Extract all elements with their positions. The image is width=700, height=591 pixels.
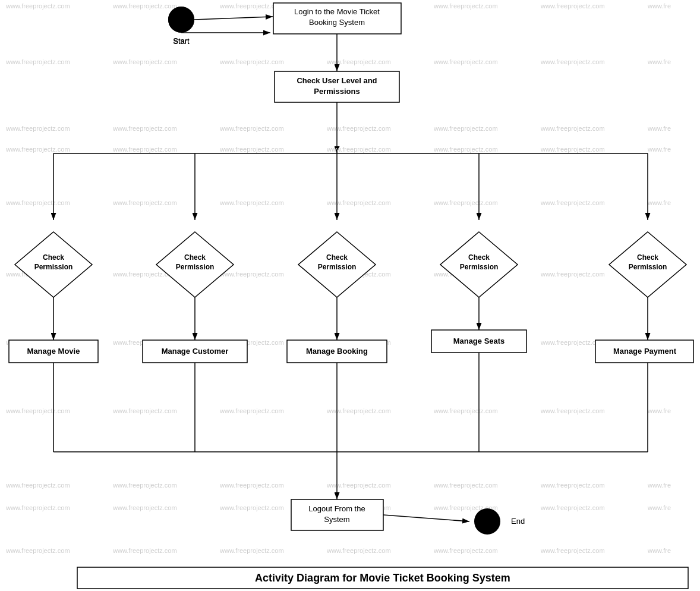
svg-text:www.freeprojectz.com: www.freeprojectz.com [5,2,70,10]
svg-text:www.fre: www.fre [647,125,671,132]
svg-text:Permission: Permission [34,263,73,271]
svg-text:www.freeprojectz.com: www.freeprojectz.com [433,2,498,10]
svg-text:www.freeprojectz.com: www.freeprojectz.com [219,407,284,414]
svg-text:www.fre: www.fre [647,407,671,414]
svg-text:Check: Check [43,253,64,262]
svg-text:www.freeprojectz.com: www.freeprojectz.com [112,58,177,65]
svg-text:www.freeprojectz.com: www.freeprojectz.com [433,58,498,65]
svg-text:www.freeprojectz.com: www.freeprojectz.com [540,407,605,414]
svg-point-131 [474,508,500,535]
svg-text:Manage Customer: Manage Customer [162,347,229,356]
svg-text:www.freeprojectz.com: www.freeprojectz.com [5,482,70,489]
svg-text:www.freeprojectz.com: www.freeprojectz.com [5,547,70,554]
svg-text:www.fre: www.fre [647,146,671,153]
svg-text:www.freeprojectz.com: www.freeprojectz.com [112,482,177,489]
svg-text:www.freeprojectz.com: www.freeprojectz.com [433,199,498,206]
svg-text:Check: Check [468,253,490,262]
svg-text:Manage Seats: Manage Seats [453,337,505,345]
svg-text:www.freeprojectz.com: www.freeprojectz.com [219,482,284,489]
svg-text:Permission: Permission [318,263,357,271]
svg-text:www.fre: www.fre [647,2,671,10]
svg-text:www.freeprojectz.com: www.freeprojectz.com [5,199,70,206]
svg-text:www.freeprojectz.com: www.freeprojectz.com [112,547,177,554]
svg-text:www.freeprojectz.com: www.freeprojectz.com [219,58,284,65]
svg-text:www.fre: www.fre [647,58,671,65]
svg-text:www.freeprojectz.com: www.freeprojectz.com [112,504,177,511]
svg-text:Check: Check [637,253,658,262]
svg-text:Permission: Permission [629,263,667,271]
svg-text:www.freeprojectz.com: www.freeprojectz.com [112,125,177,132]
svg-text:www.freeprojectz.com: www.freeprojectz.com [326,199,391,206]
svg-point-73 [168,7,194,33]
svg-text:www.fre: www.fre [647,482,671,489]
svg-text:www.freeprojectz.com: www.freeprojectz.com [5,125,70,132]
svg-text:www.fre: www.fre [647,547,671,554]
svg-text:Check User Level and: Check User Level and [297,76,377,85]
svg-text:End: End [511,517,525,526]
svg-text:www.freeprojectz.com: www.freeprojectz.com [433,146,498,153]
svg-text:Activity Diagram for Movie Tic: Activity Diagram for Movie Ticket Bookin… [255,572,510,584]
svg-text:www.freeprojectz.com: www.freeprojectz.com [219,547,284,554]
svg-text:System: System [324,515,349,524]
svg-text:Permissions: Permissions [314,87,360,96]
svg-text:www.freeprojectz.com: www.freeprojectz.com [219,199,284,206]
svg-text:www.freeprojectz.com: www.freeprojectz.com [540,199,605,206]
svg-text:www.freeprojectz.com: www.freeprojectz.com [433,125,498,132]
svg-text:www.freeprojectz.com: www.freeprojectz.com [219,125,284,132]
svg-text:www.freeprojectz.com: www.freeprojectz.com [219,146,284,153]
svg-text:www.freeprojectz.com: www.freeprojectz.com [540,2,605,10]
svg-text:www.freeprojectz.com: www.freeprojectz.com [326,547,391,554]
svg-text:www.freeprojectz.com: www.freeprojectz.com [112,199,177,206]
svg-text:www.freeprojectz.com: www.freeprojectz.com [219,271,284,278]
svg-text:www.freeprojectz.com: www.freeprojectz.com [540,482,605,489]
svg-text:Manage Movie: Manage Movie [27,347,80,356]
svg-text:Booking System: Booking System [309,18,365,27]
svg-text:www.freeprojectz.com: www.freeprojectz.com [540,125,605,132]
svg-text:Login to the Movie Ticket: Login to the Movie Ticket [294,7,380,16]
svg-text:www.fre: www.fre [647,199,671,206]
svg-text:www.freeprojectz.com: www.freeprojectz.com [433,547,498,554]
svg-text:Logout From the: Logout From the [308,504,365,513]
svg-text:Permission: Permission [460,263,499,271]
svg-text:www.freeprojectz.com: www.freeprojectz.com [5,146,70,153]
svg-text:www.fre: www.fre [647,504,671,511]
svg-text:www.freeprojectz.com: www.freeprojectz.com [326,482,391,489]
svg-text:www.freeprojectz.com: www.freeprojectz.com [326,407,391,414]
svg-text:www.freeprojectz.com: www.freeprojectz.com [433,407,498,414]
svg-text:www.freeprojectz.com: www.freeprojectz.com [540,58,605,65]
svg-text:www.freeprojectz.com: www.freeprojectz.com [326,125,391,132]
svg-text:www.freeprojectz.com: www.freeprojectz.com [540,504,605,511]
svg-text:www.freeprojectz.com: www.freeprojectz.com [433,482,498,489]
svg-text:www.freeprojectz.com: www.freeprojectz.com [5,504,70,511]
svg-text:Manage Booking: Manage Booking [306,347,368,356]
activity-diagram: www.freeprojectz.com www.freeprojectz.co… [0,0,700,591]
svg-text:www.freeprojectz.com: www.freeprojectz.com [112,2,177,10]
diagram-area: www.freeprojectz.com www.freeprojectz.co… [0,0,700,591]
svg-text:Check: Check [326,253,348,262]
svg-text:www.freeprojectz.com: www.freeprojectz.com [326,146,391,153]
svg-text:www.freeprojectz.com: www.freeprojectz.com [5,58,70,65]
svg-text:www.freeprojectz.com: www.freeprojectz.com [540,146,605,153]
svg-text:www.freeprojectz.com: www.freeprojectz.com [112,146,177,153]
svg-text:Check: Check [184,253,206,262]
svg-text:www.freeprojectz.com: www.freeprojectz.com [5,407,70,414]
svg-text:www.freeprojectz.com: www.freeprojectz.com [112,407,177,414]
svg-text:Permission: Permission [176,263,215,271]
svg-text:www.freeprojectz.com: www.freeprojectz.com [219,504,284,511]
svg-text:www.freeprojectz.com: www.freeprojectz.com [540,547,605,554]
svg-text:www.freeprojectz.com: www.freeprojectz.com [326,58,391,65]
svg-text:Start: Start [173,37,190,46]
svg-text:www.freeprojectz.com: www.freeprojectz.com [540,271,605,278]
svg-text:Manage Payment: Manage Payment [613,347,677,356]
